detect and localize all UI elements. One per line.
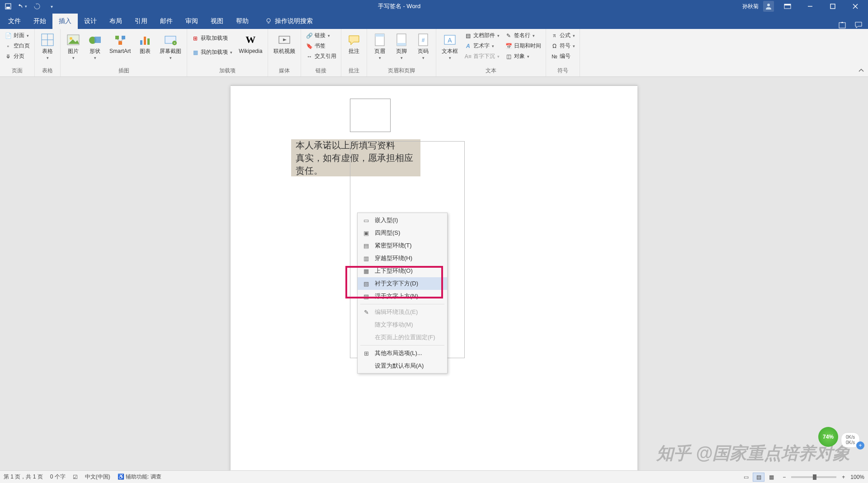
table-icon [40,33,55,47]
menu-infront-text[interactable]: ▨浮于文字上方(N) [358,290,447,303]
quick-parts-button[interactable]: ▤文档部件▾ [462,31,501,40]
svg-rect-20 [122,36,125,39]
lightbulb-icon [265,18,272,25]
maximize-icon[interactable] [824,0,842,13]
table-button[interactable]: 表格▾ [38,31,57,63]
cover-page-button[interactable]: 📄封面▾ [3,31,32,40]
menu-inline[interactable]: ▭嵌入型(I) [358,214,447,227]
svg-rect-25 [144,37,146,45]
cover-page-icon: 📄 [5,32,12,39]
screenshot-icon: + [163,33,178,47]
menu-more-layout[interactable]: ⊞其他布局选项(L)... [358,347,447,360]
share-icon[interactable] [838,21,846,29]
blank-page-icon: ▫ [5,43,12,50]
chart-button[interactable]: 图表 [135,31,155,56]
blank-page-button[interactable]: ▫空白页 [3,41,32,51]
menu-tight[interactable]: ▤紧密型环绕(T) [358,239,447,252]
equation-button[interactable]: π公式▾ [549,31,577,40]
view-read-mode[interactable]: ▭ [740,473,752,482]
menu-edit-wrap-points: ✎编辑环绕顶点(E) [358,306,447,318]
wrap-square-icon: ▣ [362,229,370,237]
zoom-in-button[interactable]: + [842,474,845,480]
wrap-topbottom-icon: ▦ [362,267,370,275]
number-button[interactable]: №编号 [549,52,577,61]
svg-rect-24 [140,40,142,45]
tab-mailings[interactable]: 邮件 [154,14,179,29]
tab-file[interactable]: 文件 [2,14,27,29]
menu-behind-text[interactable]: ▧衬于文字下方(D) [358,277,447,290]
textbox-placeholder[interactable] [350,99,391,132]
date-time-button[interactable]: 📅日期和时间 [503,41,543,51]
user-avatar-icon[interactable] [763,1,774,12]
cross-ref-button[interactable]: ↔交叉引用 [304,52,338,61]
tab-view[interactable]: 视图 [204,14,230,29]
status-page[interactable]: 第 1 页，共 1 页 [4,473,43,481]
status-words[interactable]: 0 个字 [50,473,66,481]
wordart-button[interactable]: A艺术字▾ [462,41,501,51]
collapse-ribbon-icon[interactable] [858,67,864,74]
tab-help[interactable]: 帮助 [230,14,255,29]
symbol-button[interactable]: Ω符号▾ [549,41,577,51]
svg-rect-4 [784,4,791,5]
footer-button[interactable]: 页脚▾ [392,31,411,63]
tab-review[interactable]: 审阅 [179,14,204,29]
tab-layout[interactable]: 布局 [103,14,128,29]
speed-gauge-badge[interactable]: 74% [818,427,838,447]
header-button[interactable]: 页眉▾ [370,31,390,63]
redo-icon[interactable] [33,2,42,11]
shapes-button[interactable]: 形状▾ [85,31,105,63]
comments-pane-icon[interactable] [854,21,863,29]
link-button[interactable]: 🔗链接▾ [304,31,338,40]
comment-button[interactable]: 批注 [344,31,364,56]
header-icon [373,33,387,47]
group-text-label: 文本 [439,66,543,76]
status-language[interactable]: 中文(中国) [85,473,110,481]
svg-point-16 [70,37,72,40]
minimize-icon[interactable] [801,0,819,13]
document-title: 手写签名 - Word [56,2,742,10]
qat-more-icon[interactable]: ▾ [47,2,56,11]
zoom-out-button[interactable]: − [783,474,786,480]
get-addins-button[interactable]: ⊞获取加载项 [190,33,234,43]
my-addins-button[interactable]: ▦我的加载项▾ [190,47,234,57]
zoom-level[interactable]: 100% [850,474,864,480]
online-video-button[interactable]: 联机视频 [271,31,298,56]
menu-through[interactable]: ▥穿越型环绕(H) [358,252,447,265]
tab-home[interactable]: 开始 [27,14,52,29]
svg-rect-6 [830,4,835,9]
tab-insert[interactable]: 插入 [52,14,78,29]
edit-points-icon: ✎ [362,308,370,316]
shapes-icon [88,33,102,47]
menu-topbottom[interactable]: ▦上下型环绕(O) [358,265,447,277]
object-button[interactable]: ◫对象▾ [503,52,543,61]
smartart-button[interactable]: SmartArt [107,31,133,56]
bookmark-button[interactable]: 🔖书签 [304,41,338,51]
tab-design[interactable]: 设计 [78,14,103,29]
page-number-button[interactable]: #页码▾ [413,31,433,63]
ribbon-display-icon[interactable] [778,0,797,13]
drop-cap-button[interactable]: A≡首字下沉▾ [462,52,501,61]
menu-square[interactable]: ▣四周型(S) [358,227,447,239]
expand-badge-icon[interactable]: + [856,441,864,450]
textbox-button[interactable]: A文本框▾ [439,31,461,63]
screenshot-button[interactable]: +屏幕截图▾ [157,31,184,63]
status-accessibility[interactable]: ♿ 辅助功能: 调查 [118,473,161,481]
zoom-slider[interactable] [791,476,836,478]
save-icon[interactable] [4,2,13,11]
menu-set-default[interactable]: 设置为默认布局(A) [358,360,447,372]
tab-references[interactable]: 引用 [128,14,154,29]
page-break-button[interactable]: ⤋分页 [3,52,32,61]
pictures-button[interactable]: 图片▾ [63,31,83,63]
svg-point-9 [267,19,270,22]
undo-icon[interactable]: ▾ [18,2,27,11]
view-web-layout[interactable]: ▦ [765,473,777,482]
more-layout-icon: ⊞ [362,349,370,357]
tell-me-search[interactable]: 操作说明搜索 [259,14,319,29]
object-icon: ◫ [505,53,512,60]
view-print-layout[interactable]: ▤ [753,473,764,482]
status-spellcheck-icon[interactable]: ☑ [73,474,78,480]
group-symbols-label: 符号 [549,66,577,76]
signature-line-button[interactable]: ✎签名行▾ [503,31,543,40]
wikipedia-button[interactable]: WWikipedia [236,31,265,56]
close-icon[interactable] [846,0,864,13]
